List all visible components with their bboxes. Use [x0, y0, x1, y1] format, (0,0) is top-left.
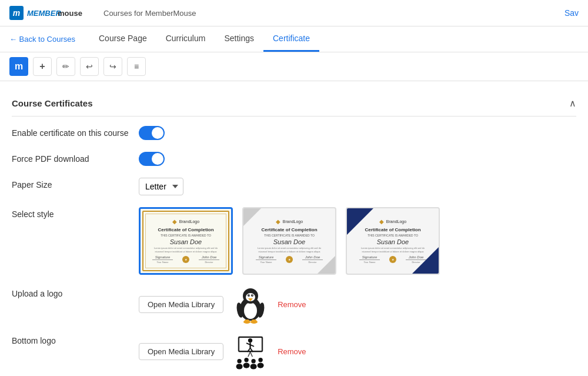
upload-logo-control: Open Media Library: [139, 287, 576, 322]
svg-point-9: [251, 294, 253, 297]
redo-button[interactable]: ↪: [103, 57, 122, 76]
enable-cert-label: Enable certificate on this course: [12, 126, 129, 138]
bottom-logo-preview: [233, 334, 268, 369]
sig-line-3: [256, 259, 276, 260]
cert-body-2: Lorem ipsum dolor sit amet consectetur a…: [248, 247, 330, 252]
cert-logo-icon-3: ◆: [379, 218, 384, 225]
penguin-icon: [235, 285, 267, 324]
section-title: Course Certificates: [12, 98, 93, 108]
cert-styles: ◆ BrandLogo Certificate of Completion TH…: [139, 207, 576, 275]
paper-size-label: Paper Size: [12, 178, 129, 189]
tab-certificate[interactable]: Certificate: [263, 26, 319, 52]
top-bar: m MEMBER mouse Courses for MemberMouse S…: [0, 0, 588, 26]
svg-rect-17: [245, 320, 249, 322]
svg-point-5: [244, 302, 257, 319]
cert-style-3[interactable]: ◆ BrandLogo Certificate of Completion TH…: [346, 207, 440, 275]
cert-subtitle-2: THIS CERTIFICATE IS AWARDED TO: [264, 234, 315, 237]
cert-style-3-inner: ◆ BrandLogo Certificate of Completion TH…: [347, 208, 439, 274]
svg-point-30: [236, 364, 243, 369]
select-style-row: Select style ◆ BrandLogo Certificate of …: [12, 207, 576, 275]
cert-subtitle-3: THIS CERTIFICATE IS AWARDED TO: [368, 234, 418, 237]
cert-brand-2: BrandLogo: [283, 219, 303, 224]
tab-curriculum[interactable]: Curriculum: [156, 26, 215, 52]
bottom-logo-label: Bottom logo: [12, 334, 129, 345]
svg-point-36: [258, 362, 264, 368]
add-button[interactable]: +: [33, 57, 52, 76]
cert-style-1-inner: ◆ BrandLogo Certificate of Completion TH…: [141, 209, 231, 273]
nav-tabs: Course Page Curriculum Settings Certific…: [89, 26, 319, 52]
enable-cert-control: [139, 126, 576, 140]
instructor-icon: [233, 332, 268, 371]
cert-logo-area-3: ◆ BrandLogo: [379, 218, 406, 225]
enable-cert-toggle[interactable]: [139, 126, 165, 140]
upload-logo-label: Upload a logo: [12, 287, 129, 298]
tab-settings[interactable]: Settings: [215, 26, 263, 52]
save-button[interactable]: Sav: [564, 8, 579, 18]
logo-area: m MEMBER mouse Courses for MemberMouse: [9, 5, 196, 21]
tab-course-page[interactable]: Course Page: [89, 26, 156, 52]
logo-preview: [233, 287, 268, 322]
page-title: Courses for MemberMouse: [103, 9, 196, 18]
select-style-label: Select style: [12, 207, 129, 219]
sig-line-5: [359, 259, 380, 260]
hamburger-icon: ≡: [134, 62, 139, 71]
paper-size-row: Paper Size Letter A4 Legal: [12, 178, 576, 195]
cert-name-3: Susan Doe: [377, 238, 409, 245]
section-header: Course Certificates ∧: [12, 91, 576, 117]
cert-ornate-border: [142, 211, 229, 271]
bottom-logo-remove[interactable]: Remove: [278, 347, 306, 356]
select-style-control: ◆ BrandLogo Certificate of Completion TH…: [139, 207, 576, 275]
cert-brand-3: BrandLogo: [386, 219, 406, 224]
upload-logo-remove[interactable]: Remove: [278, 300, 306, 309]
bottom-logo-upload-row: Open Media Library: [139, 334, 576, 369]
svg-point-10: [248, 294, 249, 295]
upload-logo-row: Upload a logo Open Media Library: [12, 287, 576, 322]
cert-corner-tl-2: [243, 208, 261, 226]
m-icon: m: [15, 61, 23, 72]
svg-point-32: [243, 362, 250, 368]
force-pdf-toggle[interactable]: [139, 152, 165, 166]
svg-text:MEMBER: MEMBER: [27, 9, 61, 18]
m-button[interactable]: m: [9, 57, 28, 76]
undo-icon: ↩: [86, 62, 93, 71]
svg-point-31: [245, 358, 249, 362]
undo-button[interactable]: ↩: [80, 57, 99, 76]
membermouse-logo: m MEMBER mouse: [9, 5, 92, 21]
svg-point-29: [238, 358, 242, 362]
cert-title-2: Certificate of Completion: [261, 227, 317, 232]
main-content: Course Certificates ∧ Enable certificate…: [0, 81, 588, 376]
bottom-logo-row: Bottom logo Open Media Library: [12, 334, 576, 369]
paper-size-select[interactable]: Letter A4 Legal: [139, 178, 183, 195]
svg-point-35: [259, 358, 263, 362]
upload-logo-upload-row: Open Media Library: [139, 287, 576, 322]
cert-style-2[interactable]: ◆ BrandLogo Certificate of Completion TH…: [242, 207, 336, 275]
menu-button[interactable]: ≡: [127, 57, 146, 76]
cert-sigs-2: Signature Your Name ★ John Doe Director: [256, 255, 323, 264]
svg-text:m: m: [13, 8, 20, 18]
collapse-icon[interactable]: ∧: [569, 98, 576, 109]
svg-line-27: [248, 351, 250, 356]
redo-icon: ↪: [109, 62, 116, 71]
svg-rect-18: [252, 320, 256, 322]
paper-size-control: Letter A4 Legal: [139, 178, 576, 195]
force-pdf-label: Force PDF download: [12, 152, 129, 164]
cert-logo-icon-2: ◆: [276, 218, 280, 225]
svg-point-21: [248, 338, 252, 342]
plus-icon: +: [39, 61, 45, 72]
pencil-icon: ✏: [62, 62, 69, 71]
bottom-logo-control: Open Media Library: [139, 334, 576, 369]
svg-line-28: [250, 351, 253, 356]
svg-point-8: [248, 294, 250, 297]
upload-logo-media-btn[interactable]: Open Media Library: [139, 296, 223, 313]
force-pdf-row: Force PDF download: [12, 152, 576, 166]
force-pdf-control: [139, 152, 576, 166]
cert-corner-br-2: [318, 256, 335, 274]
back-to-courses-link[interactable]: ← Back to Courses: [9, 28, 75, 51]
cert-corner-navy-tl: [347, 208, 373, 235]
enable-cert-row: Enable certificate on this course: [12, 126, 576, 140]
bottom-logo-media-btn[interactable]: Open Media Library: [139, 343, 223, 360]
cert-style-1[interactable]: ◆ BrandLogo Certificate of Completion TH…: [139, 207, 233, 275]
svg-text:mouse: mouse: [58, 9, 82, 18]
cert-logo-area-2: ◆ BrandLogo: [276, 218, 303, 225]
edit-button[interactable]: ✏: [56, 57, 75, 76]
